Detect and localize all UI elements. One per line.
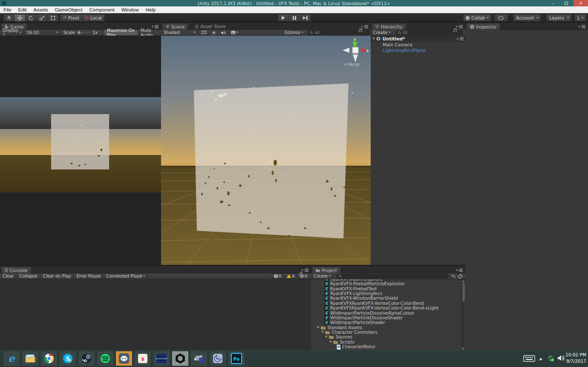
console-panel-menu[interactable]: ▾ [302,268,308,272]
hand-tool-icon[interactable] [3,14,14,22]
menu-edit[interactable]: Edit [15,6,30,13]
tab-console[interactable]: Console [1,267,32,273]
project-create-dropdown[interactable]: Create▾ [311,273,334,279]
taskbar-internet-explorer-icon[interactable]: e [3,351,20,366]
rotate-tool-icon[interactable] [26,14,37,22]
tab-asset-store[interactable]: Asset Store [192,23,229,30]
rect-tool-icon[interactable] [48,14,59,22]
tray-keyboard-icon[interactable] [523,355,535,362]
scene-effects-dropdown[interactable]: ▾ [228,30,241,35]
project-row[interactable]: SWildImpactParticleDissolveAlphaCutout [311,310,465,315]
project-row[interactable]: SRyanKVFXRyanKVFX-VertexColor-Color-Bend… [311,306,465,310]
project-row[interactable]: #CharacterMotor [311,344,465,349]
console-clear-on-play-button[interactable]: Clear on Play [40,273,74,279]
tab-scene[interactable]: # Scene [162,23,188,30]
project-panel-menu[interactable]: ▾ [456,268,463,272]
foldout-triangle[interactable]: ▼ [329,341,331,344]
taskbar-unity-icon[interactable] [172,351,188,366]
foldout-triangle[interactable]: ▼ [372,37,375,40]
hierarchy-create-dropdown[interactable]: Create▾ [371,30,393,35]
taskbar-chrome-icon[interactable] [41,351,57,366]
maximize-on-play-toggle[interactable]: Maximize On Play [104,30,138,35]
taskbar-tortoise-svn-icon[interactable] [191,351,207,366]
inspector-panel-menu[interactable]: ▾ [579,25,585,29]
project-row-folder[interactable]: ▼Standard Assets [311,325,465,330]
console-warning-count[interactable]: 4 [285,273,297,279]
lightning-arcs-plane[interactable] [194,83,349,238]
search-by-type-icon[interactable] [451,274,455,278]
aspect-dropdown[interactable]: 16:10▾ [24,30,61,35]
taskbar-skype-icon[interactable]: S [60,351,76,366]
taskbar-spotify-icon[interactable] [97,351,113,366]
console-log-area[interactable] [0,279,311,350]
project-row-folder[interactable]: ▼Scripts [311,340,465,344]
menu-assets[interactable]: Assets [30,6,52,13]
scroll-down-arrow[interactable]: ▼ [462,347,464,350]
foldout-triangle[interactable]: ▼ [325,335,327,338]
project-row[interactable]: SRyanKVFXRyanKVFX-VertexColor-Color-Bend [311,301,465,306]
project-row-folder[interactable]: ▼Character Controllers [311,330,465,335]
tray-clock[interactable]: 10:02 PM 9/7/2017 [565,352,586,364]
move-tool-icon[interactable] [14,14,26,22]
minimize-button[interactable]: – [546,0,559,6]
project-row[interactable]: SRyanKVFX-WinstonBarrierShield [311,296,465,301]
menu-file[interactable]: File [0,6,15,13]
search-by-label-icon[interactable] [458,274,463,278]
taskbar-discord-icon[interactable] [116,351,132,366]
hierarchy-panel-menu[interactable]: ▾ [456,25,463,29]
project-search-input[interactable] [336,274,449,278]
taskbar-photoshop-icon[interactable]: Ps [228,351,245,366]
tray-sync-icon[interactable] [547,355,554,362]
scene-header-row[interactable]: ▼ Untitled* ▾ [371,36,465,42]
taskbar-origin-icon[interactable] [210,351,226,366]
project-row[interactable]: SWildImpactParticleShader [311,320,465,325]
menu-component[interactable]: Component [86,6,118,13]
display-dropdown[interactable]: Display 1▾ [0,30,24,35]
scale-slider[interactable] [78,31,90,34]
project-row[interactable]: SWildImpactParticleDissolveShader [311,315,465,320]
toggle-2d[interactable]: 2D [198,30,209,35]
taskbar-slack-icon[interactable]: s [135,351,151,366]
project-row[interactable]: SRyanKVFX-FireballParticleExplosion [311,281,465,286]
scale-slider-knob[interactable] [78,31,81,34]
taskbar-steam-icon[interactable] [78,351,95,366]
scale-tool-icon[interactable] [37,14,48,22]
console-error-pause-button[interactable]: Error Pause [74,273,104,279]
foldout-triangle[interactable]: ▼ [317,326,319,329]
console-collapse-button[interactable]: Collapse [17,273,40,279]
step-button[interactable] [300,14,311,22]
hierarchy-item-main-camera[interactable]: Main Camera [371,42,465,47]
tray-hidden-icons-chevron[interactable]: ▲ [539,357,542,361]
project-scrollbar[interactable]: ▲ ▼ [461,279,465,350]
gizmo-center-cube[interactable] [352,47,358,53]
layers-dropdown[interactable]: Layers▾ [546,14,572,22]
menu-window[interactable]: Window [118,6,142,13]
maximize-button[interactable] [560,0,573,6]
axis-neg-cone-left[interactable] [343,48,349,53]
axis-neg-cone-down[interactable] [353,54,358,62]
console-info-count[interactable]: !0 [272,273,283,279]
local-toggle[interactable]: Local [82,14,105,22]
cloud-button[interactable] [494,14,508,22]
inspector-lock-icon[interactable] [453,29,457,32]
pause-button[interactable] [289,14,300,22]
projection-toggle[interactable]: < Persp [343,62,360,67]
draw-mode-dropdown[interactable]: Shaded▾ [161,30,198,35]
scene-panel-menu[interactable]: ▾ [361,25,368,29]
taskbar-battle-net-icon[interactable]: BLIZZARD [153,351,170,366]
project-row[interactable]: SRyanKVFX-LightningArcs [311,291,465,296]
scene-view[interactable]: y x < Persp [161,36,371,265]
tab-project[interactable]: Project [312,267,341,273]
gizmos-dropdown[interactable]: Gizmos▾ [282,30,306,35]
scroll-up-arrow[interactable]: ▲ [462,279,464,282]
tray-volume-icon[interactable] [557,355,565,361]
pivot-toggle[interactable]: Pivot [60,14,82,22]
play-button[interactable] [278,14,289,22]
layout-dropdown[interactable]: Layout▾ [574,14,586,22]
tab-hierarchy[interactable]: Hierarchy [372,23,406,30]
game-view[interactable] [0,36,161,265]
mute-audio-toggle[interactable]: Mute Audio [138,30,161,35]
scene-row-menu[interactable]: ▾ [457,37,464,41]
menu-gameobject[interactable]: GameObject [52,6,86,13]
account-dropdown[interactable]: Account▾ [513,14,541,22]
